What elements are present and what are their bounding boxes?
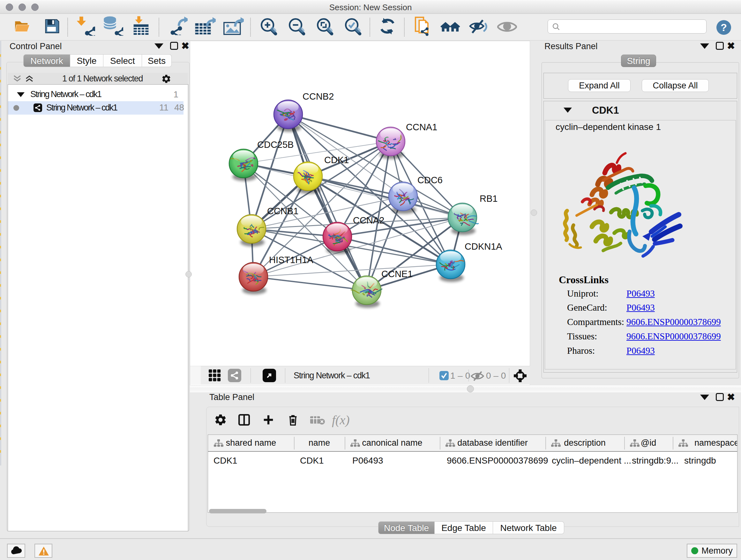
- svg-text:CDK1: CDK1: [324, 155, 349, 165]
- svg-text:CDC25B: CDC25B: [257, 139, 293, 150]
- svg-text:CCNB1: CCNB1: [267, 206, 298, 216]
- svg-text:?: ?: [721, 22, 727, 33]
- svg-text:CCNE1: CCNE1: [381, 269, 413, 279]
- svg-text:RB1: RB1: [480, 193, 497, 204]
- svg-text:CCNA2: CCNA2: [353, 215, 384, 226]
- svg-text:CDC6: CDC6: [417, 175, 443, 185]
- svg-text:CCNA1: CCNA1: [406, 122, 437, 132]
- svg-text:CDKN1A: CDKN1A: [465, 241, 502, 252]
- svg-text:CCNB2: CCNB2: [302, 91, 334, 102]
- svg-text:HIST1H1A: HIST1H1A: [269, 255, 313, 265]
